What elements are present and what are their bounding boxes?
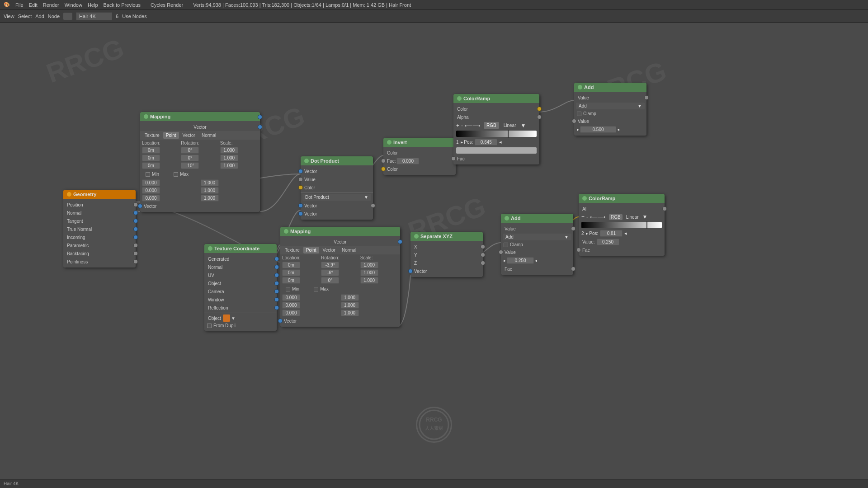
mapping-1-tab-point[interactable]: Point [163, 132, 179, 139]
m2-tab-texture[interactable]: Texture [282, 247, 302, 253]
colorramp-1-node[interactable]: ColorRamp Color Alpha + - ⟵⟶ RGB Linear … [453, 94, 539, 164]
cr2-pos-input[interactable] [600, 230, 623, 237]
scale-y[interactable] [220, 155, 238, 161]
cr2-add-btn[interactable]: + [581, 214, 585, 220]
m2-rot-x[interactable] [321, 262, 339, 268]
colorramp-2-node[interactable]: ColorRamp Al + - ⟵⟶ RGB Linear ▼ [579, 194, 665, 256]
add1-clamp-cb[interactable] [577, 112, 581, 116]
toolbar-select[interactable]: Select [18, 14, 32, 19]
dp-input-vector: Vector [301, 167, 373, 175]
cr2-minus-btn[interactable]: - [586, 214, 588, 220]
add2-clamp-cb[interactable] [504, 243, 508, 247]
cr2-gradient-stop[interactable] [646, 221, 647, 229]
m2-max-z[interactable] [341, 310, 359, 316]
position-label: Position [67, 202, 83, 207]
cr2-linear-tab[interactable]: Linear [624, 214, 641, 220]
m2-min-z[interactable] [282, 310, 300, 316]
tc-normal: Normal [204, 263, 277, 271]
min-y[interactable] [142, 187, 160, 194]
m2-scale-x[interactable] [360, 262, 378, 268]
min-checkbox[interactable] [146, 172, 150, 177]
tc-normal-label: Normal [208, 265, 222, 270]
invert-fac-value[interactable] [396, 158, 419, 164]
m2-min-x[interactable] [282, 294, 300, 301]
m2-tab-normal[interactable]: Normal [339, 247, 359, 253]
max-y[interactable] [201, 187, 219, 194]
tc-obj-label: Object [208, 281, 221, 286]
toolbar-node[interactable]: Node [48, 14, 60, 19]
rot-x[interactable] [181, 147, 199, 154]
menu-window[interactable]: Window [65, 2, 82, 8]
cr1-arrows[interactable]: ⟵⟶ [465, 122, 480, 129]
m2-loc-z[interactable] [282, 277, 300, 284]
dp-vec-label: Vector [304, 169, 317, 174]
tc-fromdupli-cb[interactable] [207, 324, 212, 328]
rot-y[interactable] [181, 155, 199, 161]
menu-file[interactable]: File [15, 2, 24, 8]
cr1-linear-tab[interactable]: Linear [501, 122, 519, 129]
menu-help[interactable]: Help [88, 2, 98, 8]
max-z[interactable] [201, 195, 219, 202]
cr1-add-btn[interactable]: + [456, 122, 459, 129]
cr2-arrows[interactable]: ⟵⟶ [590, 214, 605, 220]
tc-dot [208, 246, 212, 251]
max-checkbox[interactable] [174, 172, 178, 177]
m2-min-y[interactable] [282, 302, 300, 309]
min-x[interactable] [142, 179, 160, 186]
add-2-node[interactable]: Add Value Add ▼ Clamp Value ▸ ◂ [501, 214, 573, 275]
m2-scale-y[interactable] [360, 269, 378, 276]
mapping-node-2[interactable]: Mapping Vector Texture Point Vector Norm… [280, 227, 400, 327]
separate-xyz-node[interactable]: Separate XYZ X Y Z Vector [410, 232, 483, 277]
loc-y[interactable] [142, 155, 160, 161]
m2-tab-vector[interactable]: Vector [320, 247, 338, 253]
m2-max-cb[interactable] [314, 287, 318, 291]
cr2-rgb-tab[interactable]: RGB [609, 214, 623, 220]
loc-x[interactable] [142, 147, 160, 154]
cr1-color-swatch[interactable] [456, 147, 537, 154]
geometry-node[interactable]: Geometry Position Normal Tangent True No… [63, 190, 136, 267]
dp-arrow: ▼ [364, 195, 368, 200]
max-x[interactable] [201, 179, 219, 186]
cr1-pos-input[interactable] [475, 139, 497, 145]
m2-loc-x[interactable] [282, 262, 300, 268]
invert-node[interactable]: Invert Color Fac: Color [383, 138, 456, 175]
dot-product-node[interactable]: Dot Product Vector Value Color Dot Produ… [301, 156, 373, 220]
scale-x[interactable] [220, 147, 238, 154]
menu-edit[interactable]: Edit [29, 2, 38, 8]
incoming-label: Incoming [67, 235, 85, 240]
menu-render[interactable]: Render [43, 2, 59, 8]
cr1-minus-btn[interactable]: - [461, 122, 463, 129]
loc-z[interactable] [142, 162, 160, 169]
toolbar-view[interactable]: View [4, 14, 14, 19]
m2-max-y[interactable] [341, 302, 359, 309]
cr1-rgb-tab[interactable]: RGB [484, 122, 499, 129]
cr2-al-sock [662, 206, 667, 211]
scale-z[interactable] [220, 162, 238, 169]
min-z[interactable] [142, 195, 160, 202]
mapping-1-tab-texture[interactable]: Texture [142, 132, 162, 139]
mapping-1-tab-vector[interactable]: Vector [180, 132, 198, 139]
m2-rot-z[interactable] [321, 277, 339, 284]
m2-scale-z[interactable] [360, 277, 378, 284]
back-to-previous[interactable]: Back to Previous [104, 2, 141, 8]
add-1-node[interactable]: Add Value Add ▼ Clamp Value ▸ ◂ [574, 83, 646, 136]
add1-val-suffix: ◂ [617, 127, 619, 132]
add1-value-sock [644, 95, 649, 100]
add1-value-input[interactable] [580, 126, 616, 133]
m2-min-cb[interactable] [286, 287, 290, 291]
material-name-input[interactable] [76, 12, 112, 20]
max-checkbox-row: Max [171, 171, 191, 178]
texture-coord-node[interactable]: Texture Coordinate Generated Normal UV O… [204, 244, 277, 331]
cr1-gradient-stop[interactable] [508, 130, 509, 138]
mapping-1-tab-normal[interactable]: Normal [199, 132, 219, 139]
rot-z[interactable] [181, 162, 199, 169]
m2-rot-y[interactable] [321, 269, 339, 276]
m2-loc-y[interactable] [282, 269, 300, 276]
cr2-val-input[interactable] [597, 239, 619, 245]
add2-value-input[interactable] [507, 257, 534, 264]
mapping-node-1[interactable]: Mapping Vector Texture Point Vector Norm… [140, 112, 260, 212]
m2-tab-point[interactable]: Point [303, 247, 319, 253]
toolbar-add[interactable]: Add [35, 14, 44, 19]
m2-max-x[interactable] [341, 294, 359, 301]
add1-arrow: ▼ [637, 103, 642, 108]
